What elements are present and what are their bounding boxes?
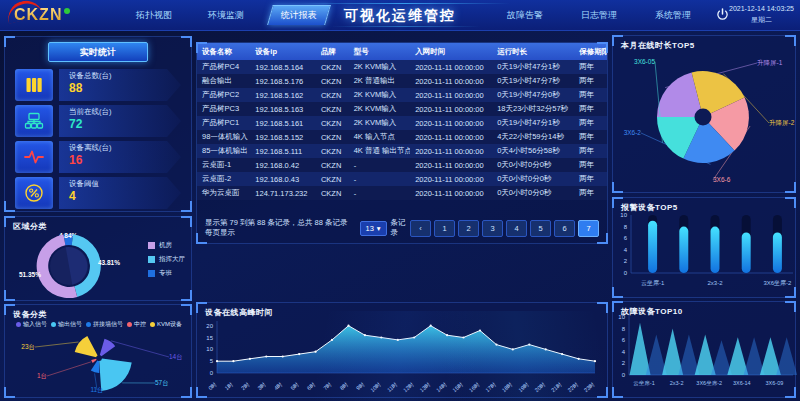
table-row[interactable]: 产品树PC1192.168.5.161CKZN2K KVM输入2020-11-1…	[197, 116, 607, 130]
table-row[interactable]: 产品树PC4192.168.5.164CKZN2K KVM输入2020-11-1…	[197, 60, 607, 74]
table-cell: 两年	[574, 74, 607, 88]
pager-prev-button[interactable]: ‹	[410, 220, 431, 237]
table-cell: 两年	[574, 158, 607, 172]
legend-item: KVM设备	[150, 320, 182, 329]
legend-dot	[127, 322, 132, 327]
svg-text:8时: 8时	[339, 381, 350, 391]
pagination-info-suffix: 条记录	[391, 218, 410, 238]
table-cell: 192.168.5.152	[250, 130, 316, 144]
tab-label: 环境监测	[208, 10, 244, 20]
tab-right-2[interactable]: 系统管理	[645, 6, 701, 25]
page-size-select[interactable]: 13 ▾	[360, 221, 387, 236]
table-cell: 两年	[574, 88, 607, 102]
legend-item: 机房	[148, 241, 185, 250]
table-cell: 192.168.0.43	[250, 172, 316, 186]
table-row[interactable]: 华为云桌面124.71.173.232CKZN-2020-11-11 00:00…	[197, 186, 607, 200]
tab-left-0[interactable]: 拓扑视图	[126, 6, 182, 25]
svg-text:51.35%: 51.35%	[19, 271, 41, 278]
svg-text:3X6-14: 3X6-14	[733, 380, 751, 386]
table-cell: 0天0小时0分0秒	[492, 186, 574, 200]
table-cell: CKZN	[316, 130, 349, 144]
legend-label: 指挥大厅	[159, 255, 185, 264]
pagination-bar: 显示第 79 到第 88 条记录，总共 88 条记录 每页显示 13 ▾ 条记录…	[205, 218, 599, 238]
table-cell: 2020-11-11 00:00:00	[410, 102, 492, 116]
table-cell: 2020-11-11 00:00:00	[410, 60, 492, 74]
table-cell: 产品树PC4	[197, 60, 250, 74]
pager-page-button[interactable]: 1	[434, 220, 455, 237]
top5-online-panel-title: 本月在线时长TOP5	[621, 40, 695, 51]
tab-left-1[interactable]: 环境监测	[198, 6, 254, 25]
stat-card: 当前在线(台)72	[15, 105, 181, 137]
column-header: 运行时长	[492, 43, 574, 60]
legend-label: 专班	[159, 269, 172, 278]
table-row[interactable]: 85一体机输出192.168.5.111CKZN4K 普通 输出节点2020-1…	[197, 144, 607, 158]
pager-page-button[interactable]: 2	[458, 220, 479, 237]
table-cell: 2020-11-11 00:00:00	[410, 172, 492, 186]
pager-page-button[interactable]: 6	[554, 220, 575, 237]
legend-label: 输入信号	[23, 320, 47, 329]
table-cell: 两年	[574, 186, 607, 200]
tab-left-2[interactable]: 统计报表	[267, 5, 331, 25]
column-header: 型号	[349, 43, 411, 60]
stat-card-value: 4	[69, 189, 181, 203]
pager-page-button[interactable]: 4	[506, 220, 527, 237]
page-size-value: 13	[366, 224, 374, 233]
svg-text:14时: 14时	[435, 381, 448, 393]
table-cell: 2020-11-11 00:00:00	[410, 88, 492, 102]
svg-text:43.81%: 43.81%	[98, 259, 120, 266]
table-cell: CKZN	[316, 116, 349, 130]
panel-device-table: 设备名称设备ip品牌型号入网时间运行时长保修期限 产品树PC4192.168.5…	[196, 42, 608, 244]
svg-text:21时: 21时	[550, 381, 563, 393]
table-cell: CKZN	[316, 102, 349, 116]
svg-text:12时: 12时	[402, 381, 415, 393]
table-cell: 两年	[574, 130, 607, 144]
table-cell: 产品树PC3	[197, 102, 250, 116]
table-row[interactable]: 产品树PC2192.168.5.162CKZN2K KVM输入2020-11-1…	[197, 88, 607, 102]
svg-text:10: 10	[620, 212, 627, 218]
svg-text:6: 6	[622, 337, 626, 343]
legend-item: 拼接墙信号	[86, 320, 123, 329]
svg-text:升降屏-2: 升降屏-2	[769, 119, 795, 126]
nav-tabs-left: 拓扑视图环境监测统计报表	[126, 0, 328, 30]
power-button[interactable]	[716, 8, 729, 21]
table-cell: 融合输出	[197, 74, 250, 88]
tab-right-1[interactable]: 日志管理	[571, 6, 627, 25]
table-cell: 0天4小时56分58秒	[492, 144, 574, 158]
svg-text:4: 4	[622, 349, 626, 355]
table-row[interactable]: 云桌面-2192.168.0.43CKZN-2020-11-11 00:00:0…	[197, 172, 607, 186]
table-row[interactable]: 产品树PC3192.168.5.163CKZN2K KVM输入2020-11-1…	[197, 102, 607, 116]
svg-text:云坐席-1: 云坐席-1	[633, 380, 654, 386]
table-cell: CKZN	[316, 186, 349, 200]
table-cell: 192.168.5.164	[250, 60, 316, 74]
svg-text:11时: 11时	[386, 381, 399, 393]
svg-text:2: 2	[624, 258, 628, 264]
table-row[interactable]: 云桌面-1192.168.0.42CKZN-2020-11-11 00:00:0…	[197, 158, 607, 172]
table-cell: 云桌面-2	[197, 172, 250, 186]
svg-text:1时: 1时	[224, 381, 235, 391]
svg-text:23台: 23台	[21, 343, 35, 351]
logo: CKZN	[14, 4, 70, 26]
table-cell: 2020-11-11 00:00:00	[410, 130, 492, 144]
pager-page-button[interactable]: 5	[530, 220, 551, 237]
pager-page-button[interactable]: 7	[578, 220, 599, 237]
tab-right-0[interactable]: 故障告警	[497, 6, 553, 25]
table-cell: 2020-11-11 00:00:00	[410, 186, 492, 200]
svg-text:6时: 6时	[306, 381, 317, 391]
stat-card-strip: 设备阈值4	[59, 177, 181, 209]
table-cell: -	[349, 158, 411, 172]
pager-page-button[interactable]: 3	[482, 220, 503, 237]
table-row[interactable]: 98一体机输入192.168.5.152CKZN4K 输入节点2020-11-1…	[197, 130, 607, 144]
table-cell: 0天19小时47分0秒	[492, 88, 574, 102]
table-cell: 4K 输入节点	[349, 130, 411, 144]
table-cell: 0天0小时0分0秒	[492, 172, 574, 186]
table-cell: 0天19小时47分1秒	[492, 116, 574, 130]
clock: 2021-12-14 14:03:25 星期二	[729, 3, 794, 25]
table-cell: 两年	[574, 116, 607, 130]
table-header-row: 设备名称设备ip品牌型号入网时间运行时长保修期限	[197, 43, 607, 60]
table-row[interactable]: 融合输出192.168.5.176CKZN2K 普通输出2020-11-11 0…	[197, 74, 607, 88]
legend-label: 拼接墙信号	[93, 320, 123, 329]
svg-text:3X6-2: 3X6-2	[624, 129, 642, 136]
table-cell: 98一体机输入	[197, 130, 250, 144]
realtime-stats-header: 实时统计	[48, 42, 148, 62]
stat-card: 设备总数(台)88	[15, 69, 181, 101]
